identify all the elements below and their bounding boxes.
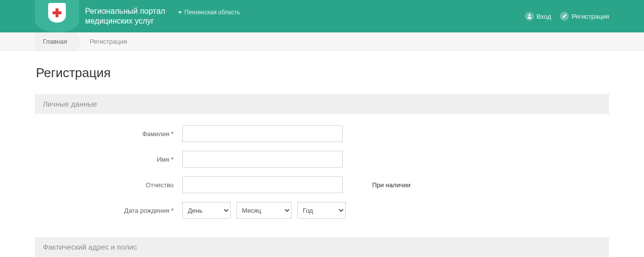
site-logo[interactable] (35, 0, 79, 32)
shield-icon (48, 3, 66, 23)
breadcrumb-home-label: Главная (43, 38, 67, 45)
medical-cross-icon (53, 8, 61, 17)
page-title: Регистрация (35, 65, 609, 81)
dob-year-select[interactable]: Год (297, 202, 346, 219)
page-content: Регистрация Личные данные Фамилия Имя От… (35, 51, 609, 257)
svg-point-0 (528, 14, 530, 16)
patronymic-label: Отчество (35, 181, 182, 189)
region-selector[interactable]: Пензенская область (178, 9, 240, 16)
dob-month-select[interactable]: Месяц (236, 202, 292, 219)
register-link[interactable]: Регистрация (560, 12, 609, 21)
firstname-input[interactable] (182, 151, 343, 168)
breadcrumb-home[interactable]: Главная (35, 32, 77, 50)
breadcrumb-bar: Главная Регистрация (0, 32, 644, 51)
site-title: Региональный портал медицинских услуг (85, 6, 165, 26)
personal-data-form: Фамилия Имя Отчество При наличии Дата ро… (35, 114, 609, 237)
patronymic-input[interactable] (182, 176, 343, 193)
login-link[interactable]: Вход (525, 12, 551, 21)
dob-label: Дата рождения (35, 207, 182, 214)
row-firstname: Имя (35, 151, 609, 168)
section-address-header: Фактический адрес и полис (35, 237, 609, 257)
breadcrumb-current: Регистрация (77, 32, 137, 50)
lastname-label: Фамилия (35, 130, 182, 138)
chevron-down-icon (178, 11, 182, 14)
dob-day-select[interactable]: День (182, 202, 231, 219)
section-personal-header: Личные данные (35, 94, 609, 114)
site-header: Региональный портал медицинских услуг Пе… (0, 0, 644, 32)
login-label: Вход (537, 13, 551, 20)
breadcrumb-current-label: Регистрация (89, 38, 127, 45)
lastname-input[interactable] (182, 125, 343, 142)
row-dob: Дата рождения День Месяц Год (35, 202, 609, 219)
auth-links: Вход Регистрация (525, 12, 609, 21)
firstname-label: Имя (35, 156, 182, 163)
breadcrumb: Главная Регистрация (35, 32, 609, 50)
row-patronymic: Отчество При наличии (35, 176, 609, 193)
patronymic-hint: При наличии (372, 181, 410, 189)
user-icon (525, 12, 534, 21)
region-name: Пензенская область (184, 9, 240, 16)
brand-line1: Региональный портал (85, 6, 165, 16)
brand-line2: медицинских услуг (85, 16, 165, 26)
row-lastname: Фамилия (35, 125, 609, 142)
register-label: Регистрация (572, 13, 609, 20)
pencil-icon (560, 12, 569, 21)
